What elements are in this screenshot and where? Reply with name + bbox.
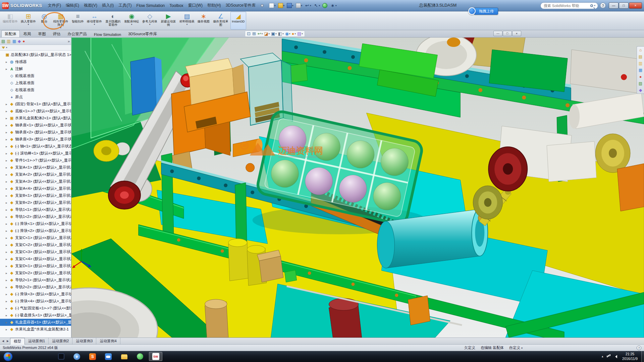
tree-item[interactable]: ▸ ◆ (-) 吸盘接头<1> (默认<<默认>_显示状态 1>) xyxy=(0,312,71,319)
expand-arrow-icon[interactable]: ▸ xyxy=(6,279,9,282)
menu-item[interactable]: 视图(V) xyxy=(82,2,100,9)
ribbon-button[interactable]: ∗ 爆炸视图 xyxy=(196,12,211,29)
tree-item[interactable]: ▸ ◆ 导轨2<2> (默认<<默认>_显示状态 1>) xyxy=(0,284,71,291)
expand-arrow-icon[interactable]: ▸ xyxy=(6,293,9,296)
tree-item[interactable]: ▸ ◆ (-) 滑块<1> (默认<<默认>_显示状态 1>) xyxy=(0,220,71,227)
ribbon-button[interactable]: ⊞ 插入零部件 ▾ xyxy=(19,12,37,29)
tree-item[interactable]: ▸ ◆ 支架A<3> (默认<<默认>_显示状态 1>) xyxy=(0,178,71,185)
expand-arrow-icon[interactable]: ▸ xyxy=(6,314,9,317)
tree-item[interactable]: ▸ ◆ 导轨2<1> (默认<<默认>_显示状态 1>) xyxy=(0,277,71,284)
undo-button[interactable]: ↩ ▾ xyxy=(304,3,312,8)
tree-item[interactable]: ▸ ◎ 传感器 xyxy=(0,58,71,65)
ribbon-tab[interactable]: 办公室产品 xyxy=(64,30,91,37)
study-tab[interactable]: 运动算例4 xyxy=(96,338,120,344)
filter-funnel-icon[interactable] xyxy=(2,47,5,51)
dimxpertmanager-tab-icon[interactable]: ◆ xyxy=(18,39,21,43)
document-builder-icon[interactable]: ◆ xyxy=(639,88,642,92)
options-button[interactable]: ∗ ▾ xyxy=(329,3,337,8)
expand-arrow-icon[interactable]: ▸ xyxy=(6,173,9,176)
expand-arrow-icon[interactable]: ▸ xyxy=(6,215,9,219)
expand-arrow-icon[interactable]: ▸ xyxy=(6,208,9,212)
tree-item[interactable]: ▸ ▣ 水果礼盒装配体2<1> (默认<默认_显示状态 1>) xyxy=(0,115,71,122)
expand-arrow-icon[interactable]: ▸ xyxy=(6,236,9,240)
ribbon-button[interactable]: ↔ 移动零部件 ▾ xyxy=(86,12,103,29)
ribbon-button[interactable]: ◐ 显示隐藏的零部件 xyxy=(104,12,122,29)
tree-item[interactable]: + 原点 xyxy=(0,94,71,101)
zoom-area-icon[interactable]: ⊞ xyxy=(252,32,256,36)
doc-restore-button[interactable]: □ xyxy=(503,31,512,36)
hide-show-items-icon[interactable]: ◉ ▾ xyxy=(285,32,290,36)
expand-arrow-icon[interactable]: ▸ xyxy=(6,243,9,247)
expand-arrow-icon[interactable]: ▸ xyxy=(6,286,9,289)
tab-scroll-left-icon[interactable]: ◀ xyxy=(1,340,5,343)
study-tab[interactable]: 运动算例1 xyxy=(25,338,49,344)
tree-item[interactable]: ▸ ◆ 轴承座<1> (默认<<默认>_显示状态 1>) xyxy=(0,122,71,129)
taskbar-media-app-icon[interactable] xyxy=(54,352,68,361)
expand-arrow-icon[interactable]: ▸ xyxy=(6,180,9,183)
taskbar-clock[interactable]: 21:25 2016/11/9 xyxy=(622,352,638,361)
tree-item[interactable]: ▸ ◆ (-) 轴<1> (默认<<默认>_显示状态 1>) xyxy=(0,143,71,150)
network-icon[interactable] xyxy=(607,356,608,357)
tree-item[interactable]: ▸ ◆ 礼盒盖容器<1> (默认<<默认>_显示状态 1>) xyxy=(0,319,71,326)
tree-item[interactable]: ▸ ◆ 轴承座<2> (默认<<默认>_显示状态 1>) xyxy=(0,129,71,136)
expand-arrow-icon[interactable]: ▸ xyxy=(6,187,9,190)
file-explorer-icon[interactable]: ▥ xyxy=(639,61,642,65)
taskbar-browser-icon[interactable]: e xyxy=(70,352,84,361)
tree-item[interactable]: ◇ 右视基准面 xyxy=(0,86,71,94)
expand-arrow-icon[interactable]: ▸ xyxy=(6,300,9,303)
tree-item[interactable]: ▸ ◆ (-) 滑块<4> (默认<<默认>_显示状态 1>) xyxy=(0,298,71,305)
start-button[interactable] xyxy=(3,352,13,361)
search-icon[interactable] xyxy=(590,4,593,7)
study-tab[interactable]: 模型 xyxy=(10,338,25,345)
filter-caret-icon[interactable]: ▾ xyxy=(6,46,7,49)
expand-arrow-icon[interactable]: ▸ xyxy=(6,201,9,204)
doc-minimize-button[interactable]: — xyxy=(493,31,502,36)
tree-item[interactable]: ▸ ◆ 支架C<2> (默认<<默认>_显示状态 1>) xyxy=(0,241,71,248)
open-file-button[interactable]: ▾ xyxy=(277,3,285,8)
expand-arrow-icon[interactable]: ▸ xyxy=(6,307,9,310)
expand-arrow-icon[interactable]: ▸ xyxy=(6,272,9,275)
show-desktop-button[interactable] xyxy=(641,351,644,362)
menu-item[interactable]: 帮助(H) xyxy=(205,2,223,9)
tree-item[interactable]: ◇ 上视基准面 xyxy=(0,79,71,86)
tree-item[interactable]: ▸ ◆ 底板<1>->? (默认<<默认>_显示状态 1>) xyxy=(0,108,71,115)
expand-arrow-icon[interactable]: ▸ xyxy=(6,194,9,197)
study-tab[interactable]: 运动算例3 xyxy=(72,338,96,344)
upload-button[interactable]: 拖拽上传 xyxy=(474,8,498,15)
tree-item[interactable]: ▸ ◆ 零件1<1>->? (默认<<默认>_显示状态 1>) xyxy=(0,157,71,164)
taskbar-explorer-icon[interactable] xyxy=(117,352,131,361)
view-orientation-icon[interactable]: ▣ ▾ xyxy=(271,32,277,36)
expand-arrow-icon[interactable]: ▸ xyxy=(6,159,9,162)
ribbon-button[interactable]: ▤ 材料明细表 ▾ xyxy=(178,12,196,29)
menu-item[interactable]: 插入(I) xyxy=(100,2,116,9)
taskbar-solidworks-icon[interactable]: SW xyxy=(149,352,162,361)
menu-item[interactable]: 编辑(E) xyxy=(63,2,82,9)
study-tab[interactable]: 运动算例2 xyxy=(49,338,72,344)
expand-arrow-icon[interactable]: ▸ xyxy=(6,321,9,324)
tree-item[interactable]: ▸ ◆ 支架B<1> (默认<<默认>_显示状态 1>) xyxy=(0,192,71,199)
expand-arrow-icon[interactable]: ▸ xyxy=(6,138,9,141)
ribbon-tab[interactable]: Flow Simulation xyxy=(91,31,124,37)
ribbon-button[interactable]: ∠ 爆炸直线草图 xyxy=(211,12,230,29)
expand-arrow-icon[interactable]: ▸ xyxy=(6,103,9,106)
ribbon-button[interactable]: ▦ 线性零部件阵列 ▾ xyxy=(51,12,70,29)
ribbon-button[interactable]: ◉ 装配体特征 ▾ xyxy=(123,12,141,29)
tree-item[interactable]: ▸ ◆ (-) 滑块<2> (默认<<默认>_显示状态 1>) xyxy=(0,227,71,234)
tree-item[interactable]: ▸ ◆ 支架B<2> (默认<<默认>_显示状态 1>) xyxy=(0,199,71,206)
ribbon-button[interactable]: ◇ 参考几何体 ▾ xyxy=(141,12,159,29)
tree-item[interactable]: ▸ ◆ 支架C<1> (默认<<默认>_显示状态 1>) xyxy=(0,234,71,241)
menu-item[interactable]: 3DSource零件库 xyxy=(223,2,258,9)
tree-item[interactable]: ▸ ◆ 导轨1<1> (默认<<默认>_显示状态 1>) xyxy=(0,206,71,213)
tree-item[interactable]: ▸ ◆ 支架A<2> (默认<<默认>_显示状态 1>) xyxy=(0,171,71,178)
expand-arrow-icon[interactable]: ▸ xyxy=(6,131,9,134)
close-button[interactable]: × xyxy=(629,2,642,9)
taskbar-baidu-cloud-icon[interactable] xyxy=(102,352,115,361)
appearances-scenes-icon[interactable]: ● xyxy=(639,75,642,79)
menu-item[interactable]: 文件(F) xyxy=(46,2,63,9)
ribbon-button[interactable]: ▶ 新建运动算例 xyxy=(159,12,178,29)
expand-arrow-icon[interactable]: ▸ xyxy=(6,117,9,120)
save-button[interactable]: ▾ xyxy=(286,3,294,8)
panel-expand-icon[interactable]: » xyxy=(68,39,70,43)
tree-item[interactable]: ▸ ◆ 支架D<1> (默认<<默认>_显示状态 1>) xyxy=(0,262,71,269)
tree-item[interactable]: ▸ ◆ 支架D<2> (默认<<默认>_显示状态 1>) xyxy=(0,269,71,277)
